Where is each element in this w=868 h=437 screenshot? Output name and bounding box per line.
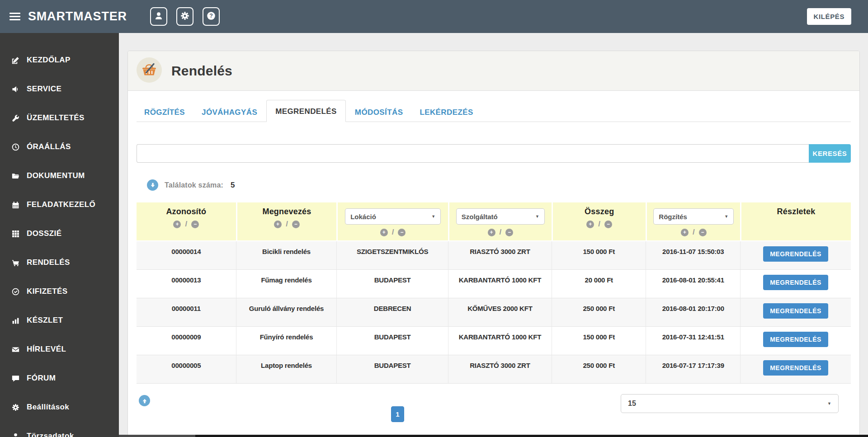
logout-button[interactable]: KILÉPÉS xyxy=(807,8,851,25)
sidebar-item-label: RENDELÉS xyxy=(27,258,70,267)
arrow-down-icon[interactable] xyxy=(147,179,158,191)
cell-osszeg: 150 000 Ft xyxy=(552,241,646,270)
sidebar-item-keszlet[interactable]: KÉSZLET xyxy=(0,306,119,335)
bottom-strip-dark xyxy=(195,435,868,437)
cell-rogzites: 2016-11-07 15:50:03 xyxy=(646,241,740,270)
sort-asc-button[interactable]: + xyxy=(681,229,689,236)
sort-slash: / xyxy=(598,220,600,229)
edit-icon xyxy=(11,56,20,64)
sidebar-item-kifizetes[interactable]: KIFIZETÉS xyxy=(0,277,119,306)
sidebar-item-label: DOSSZIÉ xyxy=(27,229,61,238)
sort-asc-button[interactable]: + xyxy=(274,221,282,228)
order-action-button[interactable]: MEGRENDELÉS xyxy=(763,332,828,347)
chevron-down-icon: ▼ xyxy=(535,214,539,219)
sidebar-item-label: ÜZEMELTETÉS xyxy=(27,113,85,122)
sidebar-item-rendeles[interactable]: RENDELÉS xyxy=(0,248,119,277)
order-action-button[interactable]: MEGRENDELÉS xyxy=(763,360,828,376)
cart-icon xyxy=(11,259,20,267)
sort-controls: + / − xyxy=(138,220,234,229)
tab-rogzites[interactable]: RÖGZÍTÉS xyxy=(137,103,193,122)
order-action-button[interactable]: MEGRENDELÉS xyxy=(763,246,828,262)
sidebar-item-label: KIFIZETÉS xyxy=(27,287,68,296)
gear-icon-button[interactable] xyxy=(176,7,193,26)
sidebar-item-kezdolap[interactable]: KEZDŐLAP xyxy=(0,46,119,75)
sort-asc-button[interactable]: + xyxy=(380,229,388,236)
cell-megnevezes: Fűmag rendelés xyxy=(236,270,337,298)
sidebar-item-forum[interactable]: FÓRUM xyxy=(0,364,119,393)
sort-asc-button[interactable]: + xyxy=(488,229,495,236)
cell-rogzites: 2016-07-31 12:41:51 xyxy=(646,327,740,355)
sort-desc-button[interactable]: − xyxy=(292,221,300,228)
search-button[interactable]: KERESÉS xyxy=(809,144,851,163)
cell-azonosito: 00000014 xyxy=(137,241,236,270)
column-header-osszeg: Összeg + / − xyxy=(552,202,646,241)
top-bar: SMARTMASTER ? KILÉPÉS xyxy=(0,0,868,33)
sort-desc-button[interactable]: − xyxy=(398,229,406,236)
sidebar-nav: KEZDŐLAP SERVICE ÜZEMELTETÉS ÓRAÁLLÁS DO… xyxy=(0,33,119,437)
tab-modositas[interactable]: MÓDOSÍTÁS xyxy=(347,103,411,122)
results-row: Találatok száma: 5 xyxy=(147,179,851,191)
sidebar-item-service[interactable]: SERVICE xyxy=(0,75,119,103)
tab-megrendeles[interactable]: MEGRENDELÉS xyxy=(266,100,346,122)
user-icon xyxy=(154,11,163,22)
bottom-strip-gray xyxy=(119,435,195,437)
sort-controls: + / − xyxy=(451,228,550,237)
orders-table: Azonosító + / − Megnevezés + / − Lokáció… xyxy=(137,202,851,384)
clock-icon xyxy=(11,143,20,151)
order-action-button[interactable]: MEGRENDELÉS xyxy=(763,303,828,319)
cell-rogzites: 2016-07-17 17:17:39 xyxy=(646,355,740,384)
sidebar-item-uzemeltetes[interactable]: ÜZEMELTETÉS xyxy=(0,103,119,132)
sort-slash: / xyxy=(185,220,187,229)
cell-osszeg: 250 000 Ft xyxy=(552,298,646,327)
column-header-szolgaltato: Szolgáltató ▼ + / − xyxy=(448,202,552,241)
megaphone-icon xyxy=(11,85,20,93)
sidebar-item-oraallas[interactable]: ÓRAÁLLÁS xyxy=(0,132,119,161)
sidebar-item-feladatkezelo[interactable]: FELADATKEZELŐ xyxy=(0,190,119,219)
search-input[interactable] xyxy=(137,144,809,163)
cell-rogzites: 2016-08-01 20:55:41 xyxy=(646,270,740,298)
sort-controls: + / − xyxy=(340,228,446,237)
sort-desc-button[interactable]: − xyxy=(604,221,612,228)
page-title: Rendelés xyxy=(171,63,232,79)
tab-jovahagyas[interactable]: JÓVÁHAGYÁS xyxy=(194,103,265,122)
page-size-select[interactable]: 15 ▼ xyxy=(621,394,839,413)
user-icon xyxy=(11,432,20,437)
help-icon-button[interactable]: ? xyxy=(203,7,220,26)
sidebar-item-torzsadatok[interactable]: Törzsadatok xyxy=(0,422,119,437)
column-header-lokacio: Lokáció ▼ + / − xyxy=(336,202,448,241)
orders-table-wrap: Azonosító + / − Megnevezés + / − Lokáció… xyxy=(137,202,851,384)
sort-desc-button[interactable]: − xyxy=(699,229,707,236)
cell-osszeg: 250 000 Ft xyxy=(552,355,646,384)
user-icon-button[interactable] xyxy=(150,7,167,26)
cell-szolgaltato: KŐMŰVES 2000 KFT xyxy=(448,298,552,327)
menu-icon[interactable] xyxy=(9,11,20,22)
sidebar-item-label: FÓRUM xyxy=(27,374,56,383)
gear-icon xyxy=(180,11,189,22)
sidebar-item-dosszie[interactable]: DOSSZIÉ xyxy=(0,219,119,248)
column-header-rogzites: Rögzítés ▼ + / − xyxy=(646,202,740,241)
sort-desc-button[interactable]: − xyxy=(505,229,513,236)
cell-lokacio: DEBRECEN xyxy=(336,298,448,327)
sidebar-item-label: Beállítások xyxy=(27,403,69,412)
sort-asc-button[interactable]: + xyxy=(173,221,181,228)
sidebar-item-label: HÍRLEVÉL xyxy=(27,345,66,354)
cell-lokacio: BUDAPEST xyxy=(336,270,448,298)
cell-osszeg: 150 000 Ft xyxy=(552,327,646,355)
arrow-up-icon[interactable] xyxy=(139,395,150,406)
sidebar-item-dokumentum[interactable]: DOKUMENTUM xyxy=(0,161,119,190)
sort-asc-button[interactable]: + xyxy=(586,221,594,228)
tab-lekerdezes[interactable]: LEKÉRDEZÉS xyxy=(412,103,481,122)
lokacio-filter-select[interactable]: Lokáció ▼ xyxy=(345,208,441,225)
sort-desc-button[interactable]: − xyxy=(191,221,199,228)
rogzites-filter-select[interactable]: Rögzítés ▼ xyxy=(653,208,734,225)
szolgaltato-filter-select[interactable]: Szolgáltató ▼ xyxy=(456,208,545,225)
help-icon: ? xyxy=(207,11,216,22)
sidebar-item-hirlevel[interactable]: HÍRLEVÉL xyxy=(0,335,119,364)
order-action-button[interactable]: MEGRENDELÉS xyxy=(763,275,828,290)
sidebar-item-label: SERVICE xyxy=(27,85,61,94)
cell-reszletek: MEGRENDELÉS xyxy=(740,241,851,270)
cell-azonosito: 00000005 xyxy=(137,355,236,384)
cell-szolgaltato: KARBANTARTÓ 1000 KFT xyxy=(448,327,552,355)
page-number-button[interactable]: 1 xyxy=(391,406,404,422)
sidebar-item-beallitasok[interactable]: Beállítások xyxy=(0,393,119,422)
